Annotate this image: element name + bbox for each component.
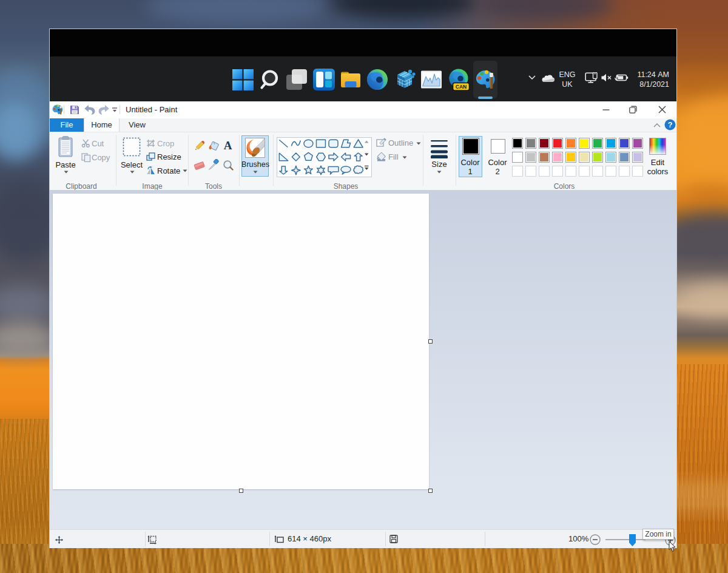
- svg-text:CAN: CAN: [455, 84, 467, 90]
- svg-text:A: A: [224, 140, 232, 151]
- svg-text:?: ?: [668, 121, 673, 129]
